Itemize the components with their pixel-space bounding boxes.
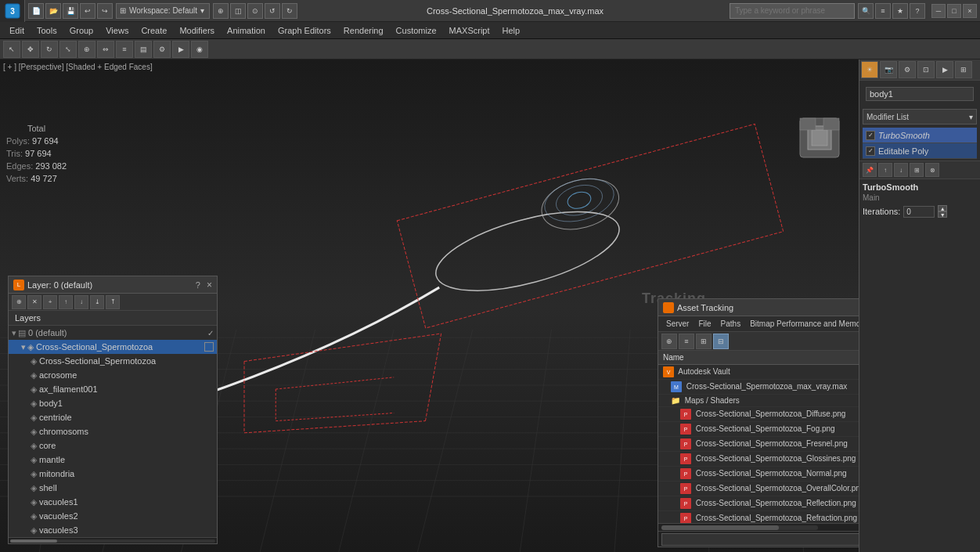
star-btn[interactable]: ★ (892, 3, 908, 19)
menu-create[interactable]: Create (135, 22, 173, 39)
rp-tb-delete[interactable]: ⊗ (925, 163, 939, 177)
layers-tb-btn5[interactable]: ↓ (74, 295, 88, 309)
tb-extra2[interactable]: ◫ (230, 3, 246, 19)
layers-tb-btn4[interactable]: ↑ (59, 295, 73, 309)
layer-item-cross-sectional[interactable]: ▾ ◈ Cross-Sectional_Spermotozoa (9, 340, 217, 354)
open-btn[interactable]: 📂 (45, 3, 61, 19)
asset-menu-file[interactable]: File (694, 318, 715, 330)
layers-tb-btn7[interactable]: ⤒ (106, 295, 120, 309)
undo-btn[interactable]: ↩ (80, 3, 95, 19)
layer-item-mitondria[interactable]: ◈ mitondria (9, 467, 217, 481)
asset-row-vault[interactable]: V Autodesk Vault Logged Out (658, 365, 859, 380)
minimize-btn[interactable]: ─ (931, 4, 946, 18)
asset-tb-btn4[interactable]: ⊟ (713, 334, 729, 349)
layer-item-core[interactable]: ◈ core (9, 438, 217, 453)
layers-tb-btn3[interactable]: + (43, 295, 57, 309)
render-setup-btn[interactable]: ⚙ (153, 41, 171, 58)
asset-h-scrollbar[interactable] (658, 523, 859, 531)
asset-row-fog[interactable]: P Cross-Sectional_Spermotozoa_Fog.png Fo… (658, 422, 859, 437)
asset-row-max[interactable]: M Cross-Sectional_Spermotozoa_max_vray.m… (658, 380, 859, 395)
scale-btn[interactable]: ⤡ (59, 41, 77, 58)
layer-item-mantle[interactable]: ◈ mantle (9, 453, 217, 467)
rotate-btn[interactable]: ↻ (41, 41, 58, 58)
select-btn[interactable]: ↖ (3, 41, 20, 58)
filter-btn[interactable]: ≡ (875, 3, 891, 19)
render-btn[interactable]: ▶ (172, 41, 189, 58)
asset-row-diffuse[interactable]: P Cross-Sectional_Spermotozoa_Diffuse.pn… (658, 407, 859, 422)
layer-item-ax[interactable]: ◈ ax_filament001 (9, 382, 217, 396)
asset-tb-btn2[interactable]: ≡ (679, 334, 694, 349)
layers-scrollbar[interactable] (9, 537, 217, 543)
material-btn[interactable]: ◉ (191, 41, 208, 58)
layer-item-vacuoles1[interactable]: ◈ vacuoles1 (9, 495, 217, 509)
layer-item-sub1[interactable]: ◈ Cross-Sectional_Spermotozoa (9, 354, 217, 368)
rp-icon-hierarchy[interactable]: ⊞ (955, 61, 972, 78)
rp-modifier-list-dropdown[interactable]: Modifier List ▾ (863, 109, 977, 124)
rp-object-name-input[interactable] (866, 87, 974, 101)
rp-tb-move-up[interactable]: ↑ (878, 163, 892, 177)
menu-help[interactable]: Help (496, 22, 527, 39)
asset-row-refraction[interactable]: P Cross-Sectional_Spermotozoa_Refraction… (658, 511, 859, 524)
asset-col-name[interactable]: Name (658, 351, 859, 365)
asset-row-overall[interactable]: P Cross-Sectional_Spermotozoa_OverallCol… (658, 482, 859, 496)
tb-extra5[interactable]: ↻ (282, 3, 297, 19)
align-btn[interactable]: ≡ (116, 41, 133, 58)
menu-views[interactable]: Views (99, 22, 135, 39)
new-btn[interactable]: 📄 (28, 3, 44, 19)
modifier-check-turbosmooth[interactable]: ✓ (866, 131, 875, 140)
rp-icon-camera[interactable]: 📷 (880, 61, 897, 78)
menu-customize[interactable]: Customize (390, 22, 443, 39)
asset-menu-paths[interactable]: Paths (716, 318, 746, 330)
menu-tools[interactable]: Tools (31, 22, 63, 39)
menu-maxscript[interactable]: MAXScript (443, 22, 496, 39)
layer-item-default[interactable]: ▾ ▤ 0 (default) ✓ (9, 326, 217, 340)
maximize-btn[interactable]: □ (947, 4, 961, 18)
layer-item-body1[interactable]: ◈ body1 (9, 396, 217, 410)
snap-btn[interactable]: ⊕ (78, 41, 95, 58)
move-btn[interactable]: ✥ (22, 41, 39, 58)
layers-tb-btn1[interactable]: ⊕ (12, 295, 26, 309)
menu-group[interactable]: Group (63, 22, 100, 39)
layer-item-acrosome[interactable]: ◈ acrosome (9, 368, 217, 382)
menu-rendering[interactable]: Rendering (337, 22, 390, 39)
layer-btn[interactable]: ▤ (135, 41, 152, 58)
asset-menu-bitmap[interactable]: Bitmap Performance and Memory (745, 318, 859, 330)
layer-item-chromosoms[interactable]: ◈ chromosoms (9, 424, 217, 438)
asset-row-normal[interactable]: P Cross-Sectional_Spermotozoa_Normal.png… (658, 467, 859, 482)
redo-btn[interactable]: ↪ (97, 3, 113, 19)
close-btn[interactable]: × (963, 4, 977, 18)
rp-icon-motion[interactable]: ▶ (936, 61, 953, 78)
search-input[interactable] (730, 3, 855, 19)
mirror-btn[interactable]: ⇔ (97, 41, 114, 58)
rp-icon-settings[interactable]: ⚙ (899, 61, 916, 78)
rp-iterations-up[interactable]: ▲ (938, 205, 947, 211)
rp-iterations-input[interactable] (903, 206, 935, 218)
layer-item-vacuoles2[interactable]: ◈ vacuoles2 (9, 509, 217, 523)
rp-tb-move-down[interactable]: ↓ (894, 163, 908, 177)
menu-edit[interactable]: Edit (3, 22, 31, 39)
layer-item-centriole[interactable]: ◈ centriole (9, 410, 217, 424)
tb-extra1[interactable]: ⊕ (213, 3, 229, 19)
rp-tb-copy[interactable]: ⊞ (910, 163, 924, 177)
nav-cube[interactable] (796, 114, 843, 161)
asset-row-maps[interactable]: 📁 Maps / Shaders (658, 395, 859, 407)
asset-menu-server[interactable]: Server (661, 318, 694, 330)
menu-graph-editors[interactable]: Graph Editors (272, 22, 337, 39)
layers-help-btn[interactable]: ? (196, 280, 200, 290)
workspace-dropdown[interactable]: ⊞ Workspace: Default ▾ (116, 3, 210, 19)
layer-item-vacuoles3[interactable]: ◈ vacuoles3 (9, 523, 217, 537)
asset-row-glossines[interactable]: P Cross-Sectional_Spermotozoa_Glossines.… (658, 452, 859, 467)
viewport-container[interactable]: [ + ] [Perspective] [Shaded + Edged Face… (0, 60, 859, 552)
rp-icon-light[interactable]: ☀ (861, 61, 878, 78)
menu-modifiers[interactable]: Modifiers (173, 22, 221, 39)
asset-row-reflection[interactable]: P Cross-Sectional_Spermotozoa_Reflection… (658, 496, 859, 511)
help-btn[interactable]: ? (910, 3, 925, 19)
modifier-editable-poly[interactable]: ✓ Editable Poly (863, 143, 977, 159)
tb-extra3[interactable]: ⊙ (247, 3, 263, 19)
rp-tb-pin[interactable]: 📌 (863, 163, 877, 177)
layers-tb-btn6[interactable]: ⤓ (90, 295, 104, 309)
asset-hscroll-thumb[interactable] (661, 525, 779, 530)
menu-animation[interactable]: Animation (221, 22, 272, 39)
modifier-check-editable-poly[interactable]: ✓ (866, 146, 875, 156)
asset-row-fresnel[interactable]: P Cross-Sectional_Spermotozoa_Fresnel.pn… (658, 437, 859, 452)
